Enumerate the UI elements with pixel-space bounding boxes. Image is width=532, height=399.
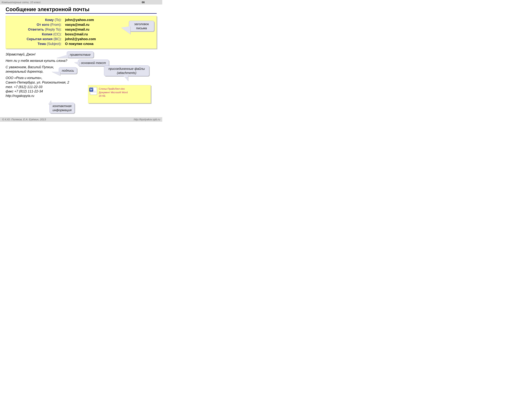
callout-main: основной текст — [78, 60, 109, 66]
footer: © К.Ю. Поляков, Е.А. Ерёмин, 2013 http:/… — [0, 117, 162, 122]
header-value-bcc: john2@yahoo.com — [62, 37, 154, 41]
body-contact: ООО «Рога и копыта», Санкт-Петербург, ул… — [6, 76, 83, 98]
callout-contact: контактная информация — [50, 103, 75, 113]
body-main: Нет ли у тебя желания купить слона? — [6, 58, 83, 63]
attachment-box: W Слоны-ПрайсЛист.doc Документ Microsoft… — [88, 85, 151, 103]
title-rule — [6, 13, 157, 14]
top-bar: Компьютерные сети, 10 класс 66 — [0, 0, 162, 5]
footer-copyright: © К.Ю. Поляков, Е.А. Ерёмин, 2013 — [2, 118, 46, 121]
header-label-reply: Ответить (Reply To): — [8, 27, 62, 32]
attachment-meta: Слоны-ПрайсЛист.doc Документ Microsoft W… — [99, 87, 128, 98]
footer-url: http://kpolyakov.spb.ru — [134, 118, 160, 121]
callout-header: заголовок письма — [129, 21, 154, 32]
email-header-box: Кому (To): john@yahoo.com От кого (From)… — [6, 16, 157, 49]
callout-greeting: приветствие — [67, 51, 94, 58]
header-label-subject: Тема (Subject): — [8, 42, 62, 46]
page-number: 66 — [142, 1, 145, 4]
callout-signature: подпись — [59, 67, 77, 74]
attachment-filetype: Документ Microsoft Word — [99, 91, 128, 94]
attachment-filesize: 20 КБ — [99, 94, 128, 98]
email-body: Здравствуй, Джон! Нет ли у тебя желания … — [6, 52, 157, 98]
page-title: Сообщение электронной почты — [0, 5, 162, 13]
header-label-bcc: Скрытая копия (BC): — [8, 37, 62, 41]
header-value-cc: boss@mail.ru — [62, 32, 154, 36]
header-label-cc: Копия (CC): — [8, 32, 62, 36]
course-label: Компьютерные сети, 10 класс — [2, 1, 41, 4]
attachment-filename: Слоны-ПрайсЛист.doc — [99, 87, 128, 91]
header-value-subject: О покупке слона — [62, 42, 154, 46]
header-label-from: От кого (From): — [8, 23, 62, 27]
header-label-to: Кому (To): — [8, 18, 62, 22]
callout-attachments: присоединенные файлы (attachments) — [104, 65, 149, 76]
word-doc-icon: W — [90, 87, 97, 95]
